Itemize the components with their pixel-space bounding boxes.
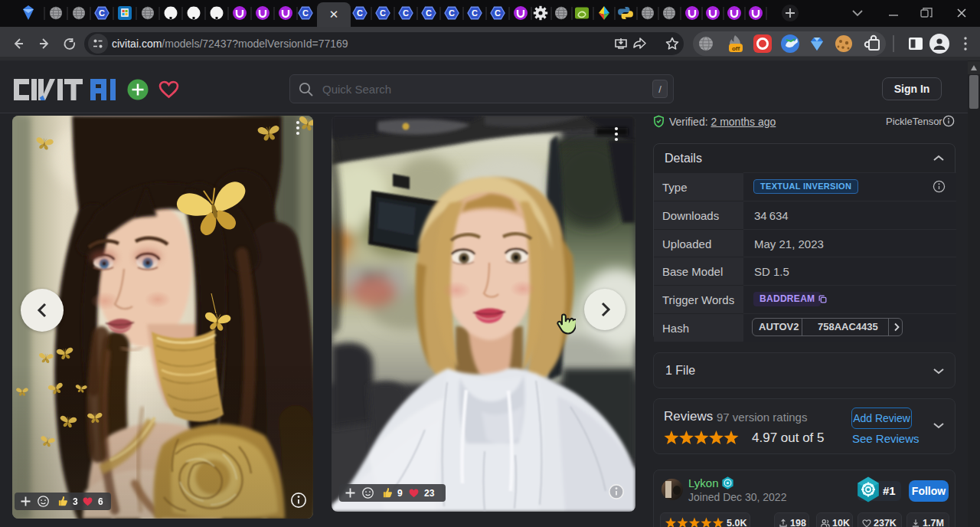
svg-text:C: C xyxy=(99,8,105,18)
svg-text:off: off xyxy=(732,45,740,52)
svg-text:C: C xyxy=(449,8,455,18)
svg-text:C: C xyxy=(495,8,501,18)
svg-text:C: C xyxy=(380,8,386,18)
svg-text:C: C xyxy=(403,8,409,18)
svg-text:C: C xyxy=(426,8,432,18)
svg-text:C: C xyxy=(357,8,363,18)
svg-text:C: C xyxy=(472,8,478,18)
svg-text:C: C xyxy=(302,8,309,18)
